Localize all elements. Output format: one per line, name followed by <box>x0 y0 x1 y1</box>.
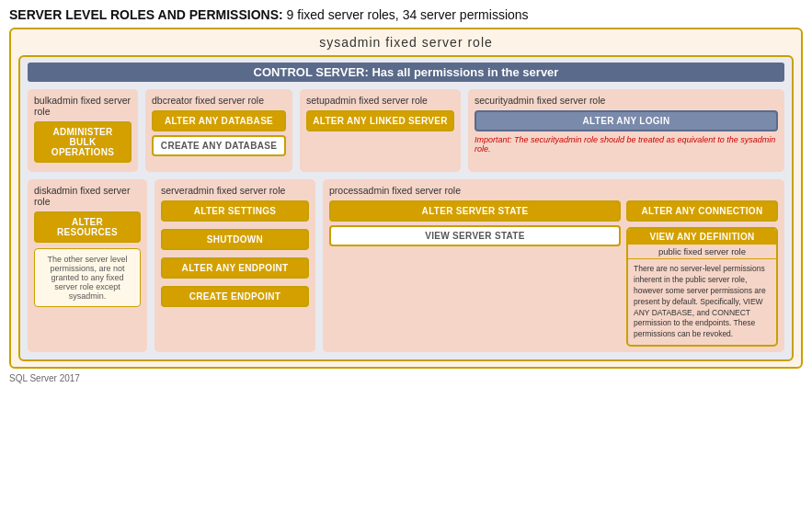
serveradmin-perm3: ALTER ANY ENDPOINT <box>161 257 309 279</box>
serveradmin-pills: ALTER SETTINGS SHUTDOWN ALTER ANY ENDPOI… <box>161 200 309 311</box>
public-header: VIEW ANY DEFINITION <box>628 229 776 245</box>
public-sublabel: public fixed server role <box>628 245 776 259</box>
processadmin-perm1: ALTER SERVER STATE <box>329 200 621 222</box>
processadmin-right: ALTER ANY CONNECTION VIEW ANY DEFINITION… <box>626 200 778 347</box>
dbcreator-section: dbcreator fixed server role ALTER ANY DA… <box>145 89 292 172</box>
processadmin-left: ALTER SERVER STATE VIEW SERVER STATE <box>329 200 621 347</box>
bottom-row: diskadmin fixed server role ALTER RESOUR… <box>28 179 784 352</box>
page-title: SERVER LEVEL ROLES AND PERMISSIONS: 9 fi… <box>9 7 803 22</box>
diskadmin-title: diskadmin fixed server role <box>34 185 141 207</box>
bulkadmin-section: bulkadmin fixed server role ADMINISTER B… <box>28 89 138 172</box>
processadmin-perm2: ALTER ANY CONNECTION <box>626 200 778 222</box>
top-row: bulkadmin fixed server role ADMINISTER B… <box>28 89 784 172</box>
page: SERVER LEVEL ROLES AND PERMISSIONS: 9 fi… <box>0 0 812 513</box>
securityadmin-perm: ALTER ANY LOGIN <box>475 110 778 131</box>
public-text: There are no server-level permissions in… <box>628 259 776 345</box>
sysadmin-label: sysadmin fixed server role <box>18 35 794 50</box>
serveradmin-perm1: ALTER SETTINGS <box>161 200 309 222</box>
securityadmin-note: Important: The securityadmin role should… <box>475 135 778 154</box>
diskadmin-perm: ALTER RESOURCES <box>34 211 141 243</box>
securityadmin-title: securityadmin fixed server role <box>475 95 778 106</box>
other-perms-note: The other server level permissions, are … <box>34 248 141 307</box>
footer-label: SQL Server 2017 <box>9 373 803 383</box>
control-label: CONTROL SERVER: Has all permissions in t… <box>28 63 784 82</box>
processadmin-inner: ALTER SERVER STATE VIEW SERVER STATE ALT… <box>329 200 778 347</box>
sysadmin-box: sysadmin fixed server role CONTROL SERVE… <box>9 28 803 369</box>
diskadmin-section: diskadmin fixed server role ALTER RESOUR… <box>28 179 147 352</box>
dbcreator-title: dbcreator fixed server role <box>152 95 286 106</box>
processadmin-title: processadmin fixed server role <box>329 185 778 196</box>
processadmin-subperm: VIEW SERVER STATE <box>329 225 621 246</box>
processadmin-section: processadmin fixed server role ALTER SER… <box>323 179 784 352</box>
bulkadmin-perm: ADMINISTER BULKOPERATIONS <box>34 121 132 163</box>
serveradmin-title: serveradmin fixed server role <box>161 185 309 196</box>
public-box: VIEW ANY DEFINITION public fixed server … <box>626 227 778 347</box>
bulkadmin-title: bulkadmin fixed server role <box>34 95 132 117</box>
setupadmin-section: setupadmin fixed server role ALTER ANY L… <box>300 89 461 172</box>
dbcreator-perm2: CREATE ANY DATABASE <box>152 135 286 156</box>
securityadmin-section: securityadmin fixed server role ALTER AN… <box>468 89 784 172</box>
serveradmin-perm4: CREATE ENDPOINT <box>161 286 309 307</box>
control-box: CONTROL SERVER: Has all permissions in t… <box>18 55 794 361</box>
serveradmin-section: serveradmin fixed server role ALTER SETT… <box>154 179 315 352</box>
serveradmin-perm2: SHUTDOWN <box>161 229 309 250</box>
setupadmin-perm: ALTER ANY LINKED SERVER <box>306 110 454 131</box>
setupadmin-title: setupadmin fixed server role <box>306 95 454 106</box>
dbcreator-perm1: ALTER ANY DATABASE <box>152 110 286 131</box>
